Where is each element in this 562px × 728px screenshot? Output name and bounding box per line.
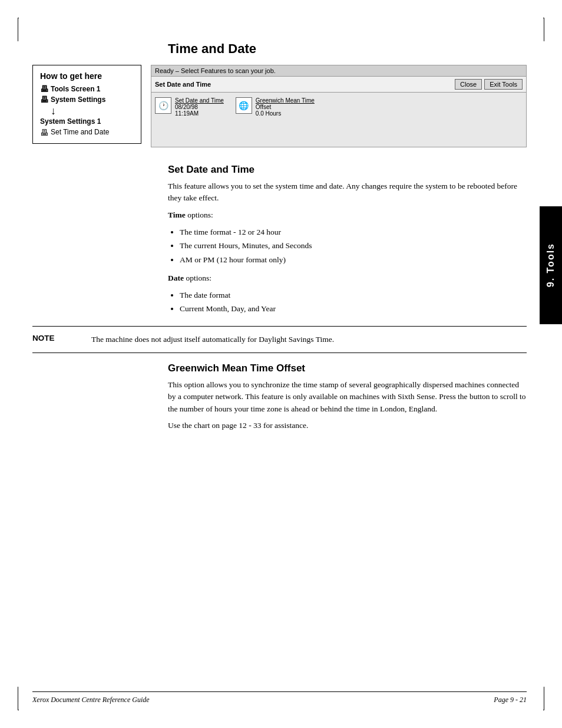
set-date-time-para1: This feature allows you to set the syste… bbox=[168, 180, 527, 205]
side-tab: 9. Tools bbox=[540, 206, 562, 324]
bullet-item: AM or PM (12 hour format only) bbox=[180, 253, 527, 266]
gmt-offset-label: Offset bbox=[256, 104, 272, 110]
how-to-title: How to get here bbox=[40, 71, 134, 81]
bullet-item: The date format bbox=[180, 289, 527, 302]
set-time-step: 🖶 Set Time and Date bbox=[40, 128, 134, 137]
set-time-icon: 🖶 bbox=[40, 128, 48, 137]
screen-header: Set Date and Time Close Exit Tools bbox=[151, 77, 526, 93]
system-settings1-label: System Settings 1 bbox=[40, 117, 134, 126]
set-date-time-time: 11:19AM bbox=[175, 110, 199, 117]
date-options-label: Date options: bbox=[168, 272, 527, 284]
corner-border-bottom-right bbox=[543, 687, 544, 710]
status-text: Ready – Select Features to scan your job… bbox=[155, 67, 276, 74]
gmt-section: Greenwich Mean Time Offset This option a… bbox=[168, 363, 527, 431]
gmt-link[interactable]: Greenwich Mean Time bbox=[256, 97, 315, 104]
screen-status-bar: Ready – Select Features to scan your job… bbox=[151, 65, 526, 77]
page-footer: Xerox Document Centre Reference Guide Pa… bbox=[32, 691, 527, 704]
system-settings-label: System Settings bbox=[51, 95, 105, 104]
page-title: Time and Date bbox=[168, 41, 527, 57]
bullet-item: The current Hours, Minutes, and Seconds bbox=[180, 239, 527, 252]
gmt-para2: Use the chart on page 12 - 33 for assist… bbox=[168, 420, 527, 431]
time-bullets: The time format - 12 or 24 hour The curr… bbox=[180, 226, 527, 266]
clock-icon: 🕐 bbox=[155, 97, 171, 114]
screen-content: 🕐 Set Date and Time 08/20/98 11:19AM 🌐 G… bbox=[151, 93, 526, 121]
set-date-time-heading: Set Date and Time bbox=[168, 164, 527, 176]
corner-border-bottom-left bbox=[18, 687, 19, 710]
date-bullets: The date format Current Month, Day, and … bbox=[180, 289, 527, 315]
screen-mockup: Ready – Select Features to scan your job… bbox=[151, 65, 527, 147]
screen-header-title: Set Date and Time bbox=[155, 81, 455, 88]
set-date-time-date: 08/20/98 bbox=[175, 104, 198, 110]
gmt-heading: Greenwich Mean Time Offset bbox=[168, 363, 527, 374]
step-arrow: ↓ bbox=[51, 106, 134, 116]
time-options-text: options: bbox=[186, 210, 213, 219]
bullet-item: Current Month, Day, and Year bbox=[180, 302, 527, 315]
gmt-offset-text: Greenwich Mean Time Offset 0.0 Hours bbox=[256, 97, 315, 117]
side-tab-label: 9. Tools bbox=[546, 243, 556, 287]
set-date-time-text: Set Date and Time 08/20/98 11:19AM bbox=[175, 97, 224, 117]
time-bold: Time bbox=[168, 210, 186, 219]
set-date-time-item: 🕐 Set Date and Time 08/20/98 11:19AM bbox=[155, 97, 224, 117]
diagram-area: How to get here 🖶 Tools Screen 1 🖶 Syste… bbox=[32, 65, 527, 147]
tools-screen-label: Tools Screen 1 bbox=[51, 85, 100, 93]
tools-screen-step: 🖶 Tools Screen 1 bbox=[40, 84, 134, 94]
tools-screen-icon: 🖶 bbox=[40, 84, 48, 94]
system-settings-step: 🖶 System Settings bbox=[40, 95, 134, 104]
corner-border-top-left bbox=[18, 18, 19, 41]
set-date-time-link[interactable]: Set Date and Time bbox=[175, 97, 224, 104]
set-date-time-section: Set Date and Time This feature allows yo… bbox=[168, 164, 527, 315]
note-label: NOTE bbox=[32, 334, 80, 345]
note-text: The machine does not adjust itself autom… bbox=[91, 334, 334, 345]
globe-icon: 🌐 bbox=[236, 97, 252, 114]
page-content: Time and Date How to get here 🖶 Tools Sc… bbox=[32, 41, 527, 687]
gmt-offset-item: 🌐 Greenwich Mean Time Offset 0.0 Hours bbox=[236, 97, 315, 117]
corner-border-top-right bbox=[543, 18, 544, 41]
screen-buttons: Close Exit Tools bbox=[455, 79, 523, 90]
bullet-item: The time format - 12 or 24 hour bbox=[180, 226, 527, 239]
gmt-para1: This option allows you to synchronize th… bbox=[168, 379, 527, 415]
footer-right: Page 9 - 21 bbox=[494, 696, 527, 704]
close-button[interactable]: Close bbox=[455, 79, 482, 90]
date-options-text: options: bbox=[184, 274, 211, 282]
set-time-label: Set Time and Date bbox=[51, 128, 109, 136]
exit-tools-button[interactable]: Exit Tools bbox=[484, 79, 523, 90]
system-settings-icon: 🖶 bbox=[40, 95, 48, 104]
footer-left: Xerox Document Centre Reference Guide bbox=[32, 696, 150, 704]
time-options-label: Time options: bbox=[168, 209, 527, 221]
date-bold: Date bbox=[168, 274, 184, 282]
how-to-box: How to get here 🖶 Tools Screen 1 🖶 Syste… bbox=[32, 65, 141, 144]
note-section: NOTE The machine does not adjust itself … bbox=[32, 326, 527, 353]
gmt-offset-value: 0.0 Hours bbox=[256, 110, 281, 117]
